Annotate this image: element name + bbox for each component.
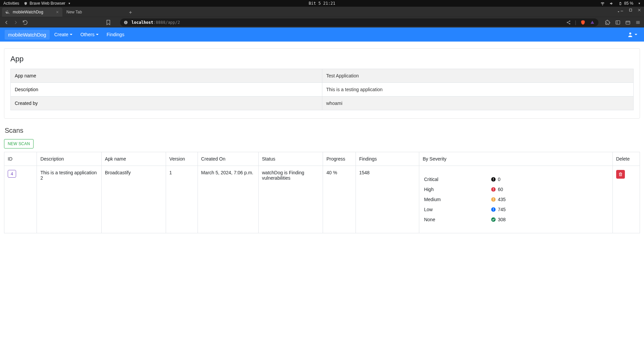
app-desc-label: Description xyxy=(11,83,322,97)
magnifier-icon xyxy=(5,10,10,14)
window-close-icon[interactable] xyxy=(637,8,641,12)
svg-point-5 xyxy=(567,22,568,22)
th-findings: Findings xyxy=(356,152,419,166)
svg-rect-14 xyxy=(493,188,493,190)
exclamation-circle-icon xyxy=(491,207,496,212)
svg-rect-3 xyxy=(125,21,126,21)
tab-active[interactable]: mobileWatchDog xyxy=(2,7,62,17)
scan-id-link[interactable]: 4 xyxy=(8,170,16,178)
exclamation-circle-icon xyxy=(491,187,496,192)
sev-high-label: High xyxy=(424,187,491,192)
trash-icon xyxy=(618,172,623,177)
app-heading: App xyxy=(10,55,634,63)
new-tab-button[interactable] xyxy=(126,8,135,17)
svg-rect-21 xyxy=(493,210,493,211)
sev-critical-label: Critical xyxy=(424,177,491,182)
user-menu[interactable] xyxy=(627,32,639,38)
th-status: Status xyxy=(258,152,323,166)
sidebar-icon[interactable] xyxy=(615,20,621,25)
th-id: ID xyxy=(4,152,37,166)
tab-strip: mobileWatchDog New Tab xyxy=(0,7,644,17)
app-info-table: App name Test Application Description Th… xyxy=(10,69,634,110)
tab-newtab[interactable]: New Tab xyxy=(63,7,123,17)
sev-low-count: 745 xyxy=(498,207,505,212)
new-scan-button[interactable]: NEW SCAN xyxy=(4,139,34,148)
chevron-down-icon xyxy=(96,34,99,37)
tab-title: New Tab xyxy=(66,10,82,14)
nav-findings[interactable]: Findings xyxy=(103,30,128,39)
address-bar: localhost:8888/app/2 | xyxy=(0,17,644,27)
scan-created: March 5, 2024, 7:06 p.m. xyxy=(198,166,258,233)
svg-rect-12 xyxy=(493,180,493,181)
url-text: localhost:8888/app/2 xyxy=(131,20,180,25)
svg-rect-0 xyxy=(630,9,632,11)
hamburger-menu-icon[interactable] xyxy=(635,20,641,25)
scan-desc: This is a testing application 2 xyxy=(37,166,101,233)
scan-status: watchDog is Finding vulnerabilities xyxy=(258,166,323,233)
wallet-icon[interactable] xyxy=(625,20,631,25)
th-ver: Version xyxy=(166,152,198,166)
sev-low-label: Low xyxy=(424,207,491,212)
share-icon[interactable] xyxy=(566,20,571,25)
th-apk: Apk name xyxy=(101,152,166,166)
svg-point-9 xyxy=(629,33,631,35)
maximize-icon[interactable] xyxy=(629,8,633,12)
th-created: Created On xyxy=(198,152,258,166)
scan-severity-cell: Critical 0 High 60 xyxy=(419,166,613,233)
table-row: 4 This is a testing application 2 Broadc… xyxy=(4,166,640,233)
table-header-row: ID Description Apk name Version Created … xyxy=(4,152,640,166)
scans-table: ID Description Apk name Version Created … xyxy=(4,152,640,233)
app-desc-value: This is a testing application xyxy=(322,83,634,97)
system-tray[interactable]: 85 % ▼ xyxy=(600,1,641,6)
svg-rect-8 xyxy=(626,21,630,24)
table-row: App name Test Application xyxy=(11,69,634,83)
scan-progress: 40 % xyxy=(323,166,356,233)
scan-version: 1 xyxy=(166,166,198,233)
sev-medium-label: Medium xyxy=(424,197,491,202)
exclamation-circle-icon xyxy=(491,197,496,202)
back-button[interactable] xyxy=(3,19,9,25)
clock[interactable]: Bit 5 21:21 xyxy=(309,1,335,6)
nav-others[interactable]: Others xyxy=(77,30,102,39)
close-icon[interactable] xyxy=(56,10,59,14)
delete-scan-button[interactable] xyxy=(616,170,625,179)
url-input[interactable]: localhost:8888/app/2 | xyxy=(120,18,598,26)
chevron-down-icon xyxy=(635,34,637,37)
scans-heading: Scans xyxy=(5,127,640,134)
wifi-icon xyxy=(600,1,605,6)
active-app-indicator[interactable]: Brave Web Browser ▼ xyxy=(24,1,70,6)
exclamation-circle-icon xyxy=(491,177,496,182)
forward-button[interactable] xyxy=(13,19,19,25)
volume-icon xyxy=(609,1,614,6)
svg-rect-11 xyxy=(493,178,493,180)
plus-icon xyxy=(128,10,132,14)
th-progress: Progress xyxy=(323,152,356,166)
brave-rewards-icon[interactable] xyxy=(590,20,595,25)
sev-none-count: 308 xyxy=(498,217,505,222)
table-row: Created by whoami xyxy=(11,97,634,110)
nav-create[interactable]: Create xyxy=(51,30,76,39)
th-desc: Description xyxy=(37,152,101,166)
chevron-down-icon xyxy=(70,34,72,37)
svg-point-6 xyxy=(570,23,570,24)
site-info-icon[interactable] xyxy=(123,20,128,25)
extensions-icon[interactable] xyxy=(605,20,610,25)
os-top-bar: Activities Brave Web Browser ▼ Bit 5 21:… xyxy=(0,0,644,7)
reload-button[interactable] xyxy=(22,19,28,25)
activities-button[interactable]: Activities xyxy=(3,1,19,6)
th-severity: By Severity xyxy=(419,152,613,166)
tab-title: mobileWatchDog xyxy=(13,10,43,14)
svg-rect-17 xyxy=(493,198,493,200)
sev-critical-count: 0 xyxy=(498,177,500,182)
sev-high-count: 60 xyxy=(498,187,503,192)
svg-rect-7 xyxy=(616,20,620,24)
minimize-icon[interactable] xyxy=(620,8,624,12)
svg-rect-20 xyxy=(493,208,493,210)
app-name-value: Test Application xyxy=(322,69,634,83)
brand-link[interactable]: mobileWatchDog xyxy=(5,30,50,40)
brave-shields-icon[interactable] xyxy=(580,20,586,25)
svg-point-4 xyxy=(570,20,570,21)
app-creator-value: whoami xyxy=(322,97,634,110)
bookmark-button[interactable] xyxy=(105,19,111,25)
app-navbar: mobileWatchDog Create Others Findings xyxy=(0,27,644,42)
